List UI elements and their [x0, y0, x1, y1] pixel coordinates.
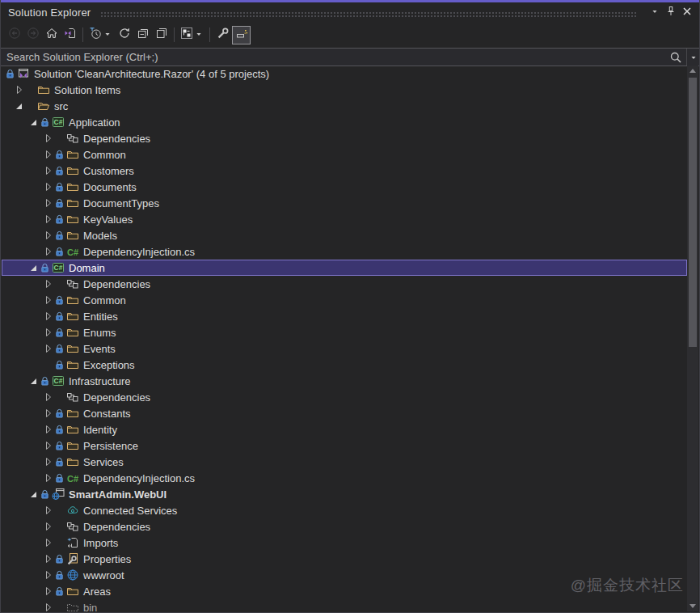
tree-row-application[interactable]: C#Application — [2, 114, 687, 130]
csharp-project-icon: C# — [51, 116, 65, 129]
chevron-collapsed-icon[interactable] — [13, 83, 26, 96]
chevron-collapsed-icon[interactable] — [42, 455, 55, 468]
dropdown-caret-icon[interactable] — [194, 27, 204, 42]
vertical-scrollbar[interactable] — [687, 66, 698, 611]
chevron-expanded-icon[interactable] — [27, 374, 40, 387]
panel-titlebar[interactable]: Solution Explorer — [1, 2, 699, 23]
back-button[interactable] — [5, 26, 23, 44]
chevron-collapsed-icon[interactable] — [42, 310, 55, 323]
tree-row-events[interactable]: Events — [2, 340, 687, 357]
lock-icon — [55, 310, 65, 323]
chevron-collapsed-icon[interactable] — [42, 132, 55, 145]
chevron-collapsed-icon[interactable] — [42, 229, 55, 242]
tree-row-src[interactable]: src — [2, 98, 687, 114]
tree-row-dependencies[interactable]: Dependencies — [2, 130, 687, 146]
chevron-collapsed-icon[interactable] — [42, 552, 55, 565]
tree-row-bin[interactable]: bin — [2, 599, 687, 611]
home-button[interactable] — [42, 26, 61, 44]
scroll-up-button[interactable] — [687, 66, 698, 76]
tree-row-smartadmin-webui[interactable]: SmartAdmin.WebUI — [2, 486, 687, 502]
forward-button[interactable] — [23, 26, 42, 44]
tree-row-models[interactable]: Models — [2, 227, 687, 243]
scrollbar-thumb[interactable] — [689, 78, 697, 347]
search-options-dropdown[interactable] — [686, 49, 699, 66]
tree-row-common[interactable]: Common — [2, 292, 687, 308]
chevron-collapsed-icon[interactable] — [42, 180, 55, 193]
chevron-collapsed-icon[interactable] — [42, 439, 55, 452]
show-all-files-button[interactable] — [152, 26, 171, 44]
chevron-collapsed-icon[interactable] — [42, 569, 55, 581]
tree-row-dependencies[interactable]: Dependencies — [2, 276, 687, 292]
tree-row-customers[interactable]: Customers — [2, 163, 687, 179]
tree-row-connected-services[interactable]: Connected Services — [2, 502, 687, 518]
chevron-collapsed-icon[interactable] — [42, 277, 55, 290]
tree-row-solution-cleanarchitecture-razor-4-of-5-projects[interactable]: Solution 'CleanArchitecture.Razor' (4 of… — [2, 66, 687, 82]
chevron-collapsed-icon[interactable] — [42, 471, 55, 484]
tree-row-infrastructure[interactable]: C#Infrastructure — [2, 373, 687, 389]
chevron-collapsed-icon[interactable] — [42, 423, 55, 436]
chevron-collapsed-icon[interactable] — [42, 536, 55, 549]
tree-row-dependencyinjection-cs[interactable]: C#DependencyInjection.cs — [2, 243, 687, 260]
dropdown-caret-icon[interactable] — [103, 27, 112, 42]
chevron-collapsed-icon[interactable] — [42, 407, 55, 420]
tree-row-dependencies[interactable]: Dependencies — [2, 389, 687, 405]
chevron-collapsed-icon[interactable] — [42, 391, 55, 404]
preview-selected-items-button[interactable] — [232, 26, 251, 44]
web-project-icon — [51, 488, 65, 501]
search-input[interactable] — [1, 49, 665, 66]
tree-row-exceptions[interactable]: Exceptions — [2, 357, 687, 373]
chevron-expanded-icon[interactable] — [13, 99, 26, 112]
properties-button[interactable] — [213, 26, 232, 44]
chevron-collapsed-icon[interactable] — [42, 326, 55, 339]
search-icon[interactable] — [665, 49, 686, 66]
tree-row-common[interactable]: Common — [2, 146, 687, 163]
tree-row-solution-items[interactable]: Solution Items — [2, 82, 687, 98]
pin-button[interactable] — [663, 5, 678, 20]
chevron-collapsed-icon[interactable] — [42, 342, 55, 355]
tree-row-persistence[interactable]: Persistence — [2, 438, 687, 454]
chevron-collapsed-icon[interactable] — [42, 148, 55, 161]
tree-row-dependencyinjection-cs[interactable]: C#DependencyInjection.cs — [2, 470, 687, 486]
chevron-collapsed-icon[interactable] — [42, 213, 55, 226]
tree-row-domain[interactable]: C#Domain — [2, 260, 687, 276]
tree-row-keyvalues[interactable]: KeyValues — [2, 211, 687, 227]
chevron-collapsed-icon[interactable] — [42, 585, 55, 598]
pending-changes-filter-button[interactable] — [86, 26, 115, 44]
tree-row-documenttypes[interactable]: DocumentTypes — [2, 195, 687, 211]
lock-slot — [55, 520, 65, 533]
scroll-up-icon — [689, 69, 696, 73]
chevron-collapsed-icon[interactable] — [42, 601, 55, 611]
tree-row-imports[interactable]: Imports — [2, 535, 687, 551]
chevron-collapsed-icon[interactable] — [42, 520, 55, 533]
close-button[interactable] — [679, 5, 694, 20]
tree-row-enums[interactable]: Enums — [2, 324, 687, 340]
window-position-button[interactable] — [647, 5, 662, 20]
collapse-all-button[interactable] — [133, 26, 152, 44]
scroll-down-button[interactable] — [687, 601, 698, 611]
tree-row-documents[interactable]: Documents — [2, 179, 687, 195]
chevron-collapsed-icon[interactable] — [42, 164, 55, 177]
chevron-expanded-icon[interactable] — [27, 261, 40, 274]
tree-row-constants[interactable]: Constants — [2, 405, 687, 421]
chevron-collapsed-icon[interactable] — [42, 504, 55, 517]
tree-row-properties[interactable]: Properties — [2, 551, 687, 567]
home-icon — [45, 27, 58, 43]
tree-row-identity[interactable]: Identity — [2, 421, 687, 438]
tree-item-label: Dependencies — [82, 278, 150, 290]
switch-views-button[interactable] — [178, 26, 206, 44]
chevron-collapsed-icon[interactable] — [42, 294, 55, 306]
tree-item-label: Imports — [82, 537, 118, 549]
tree-row-dependencies[interactable]: Dependencies — [2, 518, 687, 535]
chevron-expanded-icon[interactable] — [27, 488, 40, 501]
chevron-collapsed-icon[interactable] — [42, 245, 55, 258]
folder-closed-icon — [65, 407, 79, 420]
lock-icon — [40, 374, 51, 387]
tree-item-label: Services — [82, 456, 124, 468]
drag-grip[interactable] — [100, 11, 637, 17]
refresh-button[interactable] — [115, 26, 133, 44]
tree-row-services[interactable]: Services — [2, 454, 687, 470]
chevron-expanded-icon[interactable] — [27, 116, 40, 129]
chevron-collapsed-icon[interactable] — [42, 197, 55, 209]
tree-row-entities[interactable]: Entities — [2, 308, 687, 324]
sync-with-active-document-button[interactable] — [61, 26, 79, 44]
